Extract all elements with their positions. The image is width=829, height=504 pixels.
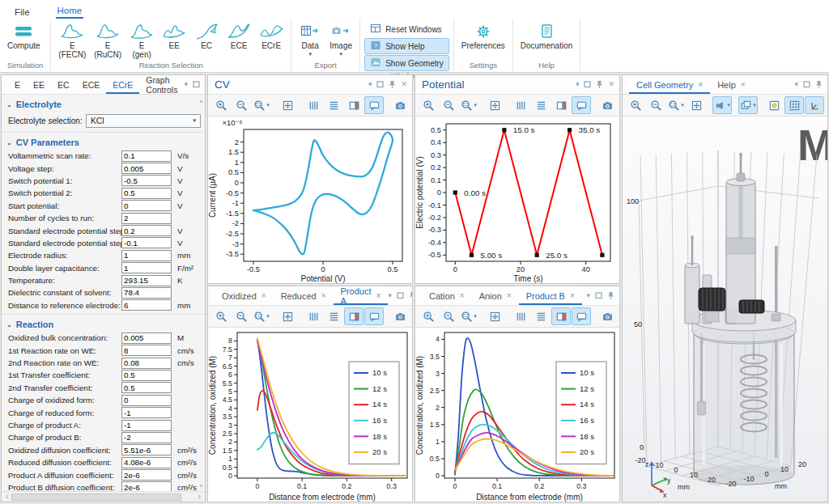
cv-plot[interactable]: -0.500.521.510.50-0.5-1-1.5-2-2.5-3-3.5P… — [208, 116, 412, 284]
ribbon-tab-file[interactable]: File — [13, 5, 32, 19]
zoom-in-button[interactable] — [419, 307, 438, 325]
settings-tab-ecre[interactable]: ECrE — [106, 75, 139, 94]
zoom-extents-button[interactable] — [485, 96, 504, 114]
float-icon[interactable] — [397, 292, 404, 299]
concentration-a-tab-product-a[interactable]: Product A× — [334, 286, 389, 305]
ribbon-button-e-rucn[interactable]: E (RuCN) — [91, 20, 125, 61]
x-grid-button[interactable] — [511, 307, 530, 325]
window-split-button[interactable] — [825, 96, 828, 114]
geometry-tab-cell-geometry[interactable]: Cell Geometry× — [629, 75, 710, 94]
caret-down-icon[interactable]: ▾ — [388, 292, 392, 299]
tab-close-icon[interactable]: × — [698, 80, 703, 89]
ribbon-button-image[interactable]: Image▾ — [326, 20, 355, 58]
tooltip-button[interactable] — [572, 96, 591, 114]
standard-electrode-potential-step-2-input[interactable] — [121, 237, 172, 248]
charge-of-product-b-input[interactable] — [121, 432, 172, 443]
settings-tab-graph-controls[interactable]: Graph Controls — [139, 75, 184, 94]
x-grid-button[interactable] — [511, 96, 530, 114]
caret-down-icon[interactable]: ▾ — [586, 292, 590, 299]
concentration-a-tab-oxidized[interactable]: Oxidized× — [215, 286, 274, 305]
1st-transfer-coefficient-input[interactable] — [121, 370, 172, 381]
concentration-a-tab-reduced[interactable]: Reduced× — [274, 286, 334, 305]
reduced-diffusion-coefficient-input[interactable] — [121, 457, 172, 468]
double-layer-capacitance-input[interactable] — [121, 262, 172, 273]
reaction-section-header[interactable]: ⌄Reaction — [6, 320, 205, 329]
zoom-box-button[interactable]: ▾ — [666, 96, 686, 114]
tooltip-button[interactable] — [364, 307, 384, 325]
zoom-in-button[interactable] — [626, 96, 645, 114]
zoom-extents-button[interactable] — [485, 307, 504, 325]
settings-tab-ec[interactable]: EC — [51, 75, 76, 94]
snapshot-button[interactable] — [390, 307, 410, 325]
y-grid-button[interactable] — [324, 307, 343, 325]
caret-down-icon[interactable]: ▾ — [184, 81, 188, 88]
pin-icon[interactable] — [596, 80, 603, 89]
scrollbar-thumb[interactable] — [11, 493, 181, 501]
product-a-plot[interactable]: 00.10.20.300.511.522.533.544.555.566.577… — [208, 328, 412, 502]
legend-toggle-button[interactable] — [551, 96, 571, 114]
concentration-b-tab-anion[interactable]: Anion× — [472, 286, 519, 305]
product-a-diffusion-coefficient-input[interactable] — [121, 469, 172, 481]
print-button[interactable] — [410, 307, 413, 325]
ribbon-button-data[interactable]: Data▾ — [295, 20, 325, 58]
ribbon-button-ecre[interactable]: ECrE — [256, 20, 287, 52]
ribbon-button-ee[interactable]: EE — [159, 20, 189, 52]
electrolyte-select[interactable]: KCl▾ — [86, 114, 201, 128]
zoom-out-button[interactable] — [232, 307, 251, 325]
concentration-b-tab-cation[interactable]: Cation× — [422, 286, 472, 305]
scrollbar-track[interactable] — [10, 493, 196, 501]
scroll-up-icon[interactable]: ▲ — [198, 98, 204, 104]
float-icon[interactable] — [803, 81, 810, 88]
electrolyte-section-header[interactable]: ⌄Electrolyte — [6, 100, 205, 109]
tab-close-icon[interactable]: × — [570, 291, 575, 300]
switch-potential-1-input[interactable] — [121, 175, 172, 186]
zoom-in-button[interactable] — [419, 96, 438, 114]
zoom-extents-button[interactable] — [278, 96, 297, 114]
tab-close-icon[interactable]: × — [460, 291, 465, 300]
product-b-plot[interactable]: 00.10.20.300.511.522.533.54Distance from… — [415, 328, 619, 502]
settings-tab-ece[interactable]: ECE — [76, 75, 107, 94]
y-grid-button[interactable] — [531, 96, 551, 114]
y-grid-button[interactable] — [531, 307, 551, 325]
zoom-in-button[interactable] — [211, 96, 231, 114]
zoom-out-button[interactable] — [439, 96, 458, 114]
zoom-out-button[interactable] — [646, 96, 665, 114]
geometry-tab-help[interactable]: Help× — [710, 75, 752, 94]
view-menu-button[interactable]: ▾ — [738, 96, 758, 114]
snapshot-button[interactable] — [390, 96, 410, 114]
ribbon-button-preferences[interactable]: Preferences — [458, 20, 508, 52]
snapshot-button[interactable] — [597, 96, 617, 114]
print-button[interactable] — [618, 96, 620, 114]
zoom-extents-button[interactable] — [278, 307, 297, 325]
x-grid-button[interactable] — [304, 96, 323, 114]
tooltip-button[interactable] — [572, 307, 591, 325]
oxidized-bulk-concentration-input[interactable] — [121, 332, 172, 344]
1st-reaction-rate-on-we-input[interactable] — [121, 345, 172, 356]
ribbon-button-reset-windows[interactable]: Reset Windows — [364, 21, 449, 37]
float-icon[interactable] — [376, 81, 384, 88]
axes-button[interactable] — [805, 96, 824, 114]
ribbon-button-e-gen[interactable]: E (gen) — [126, 20, 157, 61]
caret-down-icon[interactable]: ▾ — [576, 81, 580, 88]
standard-electrode-potential-step-1-input[interactable] — [121, 225, 172, 236]
legend-toggle-button[interactable] — [344, 96, 363, 114]
2nd-reaction-rate-on-we-input[interactable] — [121, 358, 172, 369]
grid-button[interactable] — [784, 96, 804, 114]
zoom-out-button[interactable] — [439, 307, 458, 325]
tab-close-icon[interactable]: × — [507, 291, 512, 300]
potential-plot[interactable]: 020400.50.40.30.20.10-0.1-0.2-0.3-0.4-0.… — [415, 116, 619, 284]
ribbon-tab-home[interactable]: Home — [56, 3, 84, 19]
pin-icon[interactable] — [409, 291, 413, 300]
2nd-transfer-coefficient-input[interactable] — [121, 382, 172, 393]
zoom-in-button[interactable] — [211, 307, 231, 325]
dielectric-constant-of-solvent-input[interactable] — [121, 287, 172, 299]
pin-icon[interactable] — [389, 80, 396, 89]
legend-toggle-button[interactable] — [551, 307, 571, 325]
caret-down-icon[interactable]: ▾ — [368, 81, 372, 88]
voltage-step-input[interactable] — [121, 163, 172, 174]
x-grid-button[interactable] — [304, 307, 323, 325]
scroll-right-icon[interactable]: › — [197, 493, 202, 501]
y-grid-button[interactable] — [324, 96, 343, 114]
legend-toggle-button[interactable] — [344, 307, 363, 325]
start-potential-input[interactable] — [121, 200, 172, 211]
